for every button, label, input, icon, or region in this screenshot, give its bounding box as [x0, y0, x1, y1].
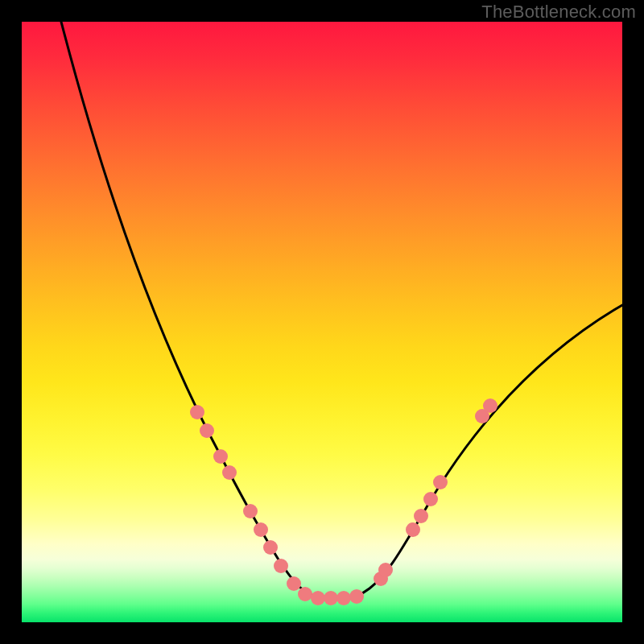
data-marker: [414, 509, 428, 523]
data-marker: [222, 465, 237, 480]
data-marker: [311, 591, 325, 605]
data-marker: [336, 591, 351, 605]
data-marker: [483, 398, 497, 413]
data-marker: [254, 522, 268, 537]
bottleneck-curve: [61, 22, 622, 598]
data-markers: [190, 398, 497, 605]
data-marker: [433, 475, 448, 489]
data-marker: [298, 587, 312, 601]
data-marker: [287, 576, 301, 591]
watermark-text: TheBottleneck.com: [481, 2, 636, 23]
data-marker: [243, 504, 258, 518]
data-marker: [406, 522, 420, 537]
data-marker: [378, 563, 393, 577]
data-marker: [200, 423, 214, 438]
data-marker: [213, 449, 228, 464]
chart-area: [22, 22, 622, 622]
data-marker: [190, 405, 204, 419]
data-marker: [274, 559, 288, 573]
data-marker: [263, 540, 278, 555]
data-marker: [324, 591, 338, 605]
chart-svg: [22, 22, 622, 622]
data-marker: [349, 589, 364, 604]
data-marker: [423, 492, 438, 506]
